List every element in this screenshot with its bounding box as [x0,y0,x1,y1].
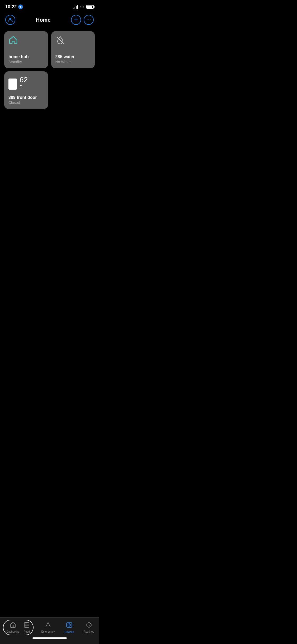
water-status: No Water [55,60,91,64]
water-card[interactable]: 285 water No Water [51,31,95,68]
water-name: 285 water [55,54,91,59]
battery-icon [86,5,94,9]
wifi-icon [80,5,84,9]
svg-marker-0 [19,6,22,8]
front-door-info: 309 front door Closed [8,95,44,105]
water-info: 285 water No Water [55,54,91,64]
profile-button[interactable] [5,15,15,25]
home-hub-info: home hub Standby [8,54,44,64]
front-door-status: Closed [8,100,44,105]
temperature-display: 62°F [20,76,29,93]
status-icons [73,5,94,9]
page-title: Home [36,17,51,23]
signal-icon [73,5,78,9]
status-bar: 10:22 [0,0,99,12]
add-button[interactable] [71,15,81,25]
location-icon [18,4,23,9]
device-cards-grid: home hub Standby 285 water No Water — 62… [0,28,99,112]
time-display: 10:22 [5,4,17,10]
svg-point-5 [88,20,89,20]
door-icon: — [8,79,17,90]
top-nav: Home [0,12,99,28]
home-hub-status: Standby [8,60,44,64]
svg-point-6 [90,20,91,20]
front-door-name: 309 front door [8,95,44,100]
front-door-card[interactable]: — 62°F 309 front door Closed [4,71,48,109]
home-hub-name: home hub [8,54,44,59]
door-display: — 62°F [8,76,44,93]
status-time: 10:22 [5,4,23,10]
home-hub-card[interactable]: home hub Standby [4,31,48,68]
more-button[interactable] [84,15,94,25]
nav-actions [71,15,94,25]
water-icon [55,35,91,46]
svg-point-4 [87,20,87,20]
home-hub-icon [8,35,44,46]
